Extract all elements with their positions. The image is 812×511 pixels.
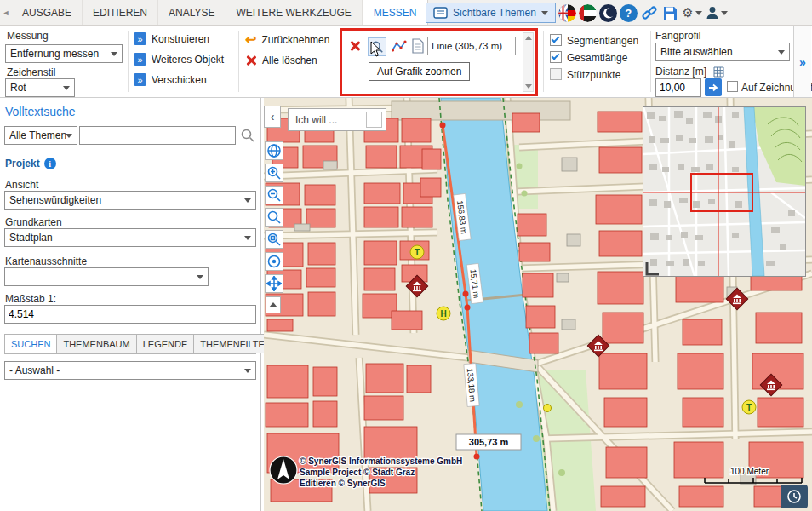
measure-3d-icon[interactable] (392, 39, 407, 57)
segmentlaengen-label: Segmentlängen (567, 35, 638, 47)
clock-icon (786, 489, 802, 504)
fulltext-search-input[interactable] (79, 126, 236, 145)
collapse-sidebar-button[interactable]: ‹ (264, 106, 281, 128)
konstruieren-label: Konstruieren (152, 33, 209, 45)
undo-arrow-icon: ↩ (245, 34, 256, 46)
bridge (392, 101, 570, 120)
expand-panel-button[interactable]: » (793, 26, 811, 97)
tram-stop-marker[interactable]: T (410, 245, 424, 259)
grundkarten-select[interactable]: Stadtplan (4, 228, 256, 247)
zoom-previous-icon[interactable] (265, 208, 283, 227)
svg-text:100 Meter: 100 Meter (730, 467, 769, 476)
stuetzpunkte-label: Stützpunkte (567, 69, 620, 81)
zeichenstil-select[interactable]: Rot (5, 78, 75, 97)
question-glyph: ? (625, 7, 632, 20)
chevron-down-icon (66, 134, 72, 138)
map-area: 156,83 m 15,71 m 133,18 m 305,73 m T H (264, 98, 812, 511)
tab-analyse[interactable]: ANALYSE (158, 0, 226, 25)
user-account-icon[interactable] (704, 3, 729, 23)
zoom-out-icon[interactable] (265, 186, 283, 204)
check-icon (552, 35, 560, 43)
measure-result-field[interactable]: Linie (305,73 m) (427, 37, 516, 55)
language-ar-flag-icon[interactable] (579, 4, 597, 22)
top-menubar: ◄ AUSGABE EDITIEREN ANALYSE WEITERE WERK… (0, 0, 812, 26)
globe-icon[interactable] (265, 141, 283, 160)
north-arrow (270, 456, 297, 484)
tab-suchen[interactable]: SUCHEN (4, 334, 57, 353)
distanz-input[interactable] (655, 78, 701, 97)
messung-select[interactable]: Entfernung messen (5, 44, 123, 63)
gesamtlaenge-checkbox[interactable] (550, 51, 562, 63)
center-map-icon[interactable] (265, 252, 283, 271)
weiteres-objekt-label: Weiteres Objekt (152, 54, 224, 66)
collapse-toolbar-button[interactable] (266, 296, 281, 313)
ansicht-select[interactable]: Sehenswürdigkeiten (4, 191, 256, 210)
help-icon[interactable]: ? (620, 4, 638, 22)
history-clock-button[interactable] (781, 485, 808, 508)
chevron-down-icon (111, 52, 117, 56)
ich-will-box[interactable] (366, 112, 382, 128)
zoom-window-icon[interactable] (265, 230, 283, 249)
zigzag-graphic (392, 39, 407, 55)
tab-themenbaum[interactable]: THEMENBAUM (57, 334, 136, 353)
tab-messen[interactable]: MESSEN (363, 0, 428, 25)
ich-will-button[interactable]: Ich will ... (288, 108, 386, 131)
pan-arrows-icon[interactable] (265, 274, 283, 293)
verschicken-button[interactable]: » Verschicken (134, 73, 207, 86)
sidebar-tabs: SUCHEN THEMENBAUM LEGENDE THEMENFILTER (4, 334, 256, 354)
share-link-icon[interactable] (640, 3, 659, 23)
hotel-marker[interactable]: H (437, 307, 450, 320)
toolgroup-scrollbar[interactable] (523, 32, 534, 92)
massstab-input[interactable] (4, 305, 256, 324)
kartenausschnitte-select[interactable] (4, 267, 209, 286)
overview-map-graphic (643, 107, 805, 276)
scroll-tabs-left-icon[interactable]: ◄ (0, 0, 12, 25)
auf-zeichnung-checkbox[interactable] (727, 81, 738, 92)
ansicht-label: Ansicht (5, 179, 38, 191)
divider (543, 31, 544, 92)
chevron-down-icon (541, 11, 548, 15)
ich-will-label: Ich will ... (295, 114, 337, 126)
magnifier-graphic (240, 128, 255, 143)
svg-text:Sample Project © Stadt Graz: Sample Project © Stadt Graz (300, 468, 415, 477)
chevron-down-icon (695, 11, 702, 15)
zoom-in-icon[interactable] (265, 164, 283, 182)
zuruecknehmen-button[interactable]: ↩ Zurücknehmen (245, 34, 329, 46)
language-en-de-flag-icon[interactable] (558, 4, 576, 22)
tab-weitere-werkzeuge[interactable]: WEITERE WERKZEUGE (226, 0, 363, 25)
stuetzpunkte-checkbox[interactable] (550, 68, 562, 80)
tab-editieren[interactable]: EDITIEREN (83, 0, 158, 25)
visible-themes-label: Sichtbare Themen (453, 7, 536, 19)
chevron-down-icon (244, 369, 251, 373)
segmentlaengen-checkbox[interactable] (550, 34, 562, 46)
tooltip: Auf Grafik zoomen (369, 62, 470, 81)
chevron-down-icon (721, 11, 728, 15)
search-scope-select[interactable]: Alle Themen (4, 126, 77, 145)
search-sidebar: Volltextsuche Alle Themen Projekt i Ansi… (0, 98, 261, 511)
total-length-label: 305,73 m (456, 434, 521, 450)
dark-mode-moon-icon[interactable] (599, 4, 617, 22)
auswahl-select[interactable]: - Auswahl - (4, 361, 256, 380)
flag-graphic (558, 4, 576, 22)
search-icon[interactable] (240, 128, 255, 146)
visible-themes-button[interactable]: Sichtbare Themen (426, 3, 556, 23)
save-icon[interactable] (661, 3, 680, 23)
settings-gear-icon[interactable]: ⚙ (683, 3, 701, 23)
overview-map[interactable] (643, 106, 806, 277)
tram-stop-marker[interactable]: T (742, 400, 756, 414)
apply-distance-button[interactable] (705, 78, 722, 96)
report-document-icon[interactable] (412, 38, 424, 56)
konstruieren-button[interactable]: » Konstruieren (134, 32, 209, 45)
fangprofil-select[interactable]: Bitte auswählen (655, 43, 790, 61)
arrow-right-icon (708, 83, 718, 93)
delete-measurement-icon[interactable] (349, 40, 361, 52)
tab-legende[interactable]: LEGENDE (137, 334, 195, 353)
volltextsuche-heading[interactable]: Volltextsuche (5, 105, 76, 118)
alle-loeschen-button[interactable]: Alle löschen (245, 55, 317, 66)
info-icon[interactable]: i (44, 158, 56, 169)
small-marker[interactable] (544, 405, 552, 412)
weiteres-objekt-button[interactable]: » Weiteres Objekt (134, 53, 224, 66)
tab-ausgabe[interactable]: AUSGABE (12, 0, 83, 25)
zeichenstil-value: Rot (10, 82, 63, 94)
messung-label: Messung (7, 30, 49, 42)
